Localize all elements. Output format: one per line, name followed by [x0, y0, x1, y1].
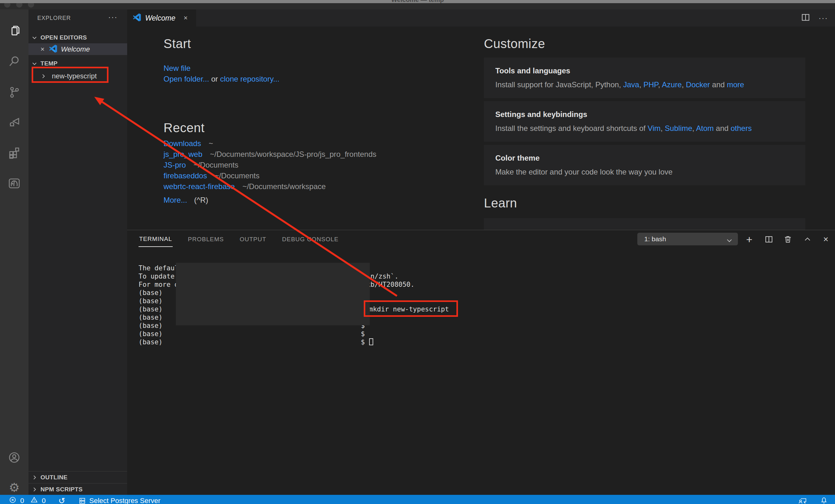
card-title: Settings and keybindings — [495, 110, 794, 119]
card-tools-and-languages[interactable]: Tools and languages Install support for … — [484, 58, 805, 98]
editor-tab-bar: Welcome × ··· — [127, 9, 835, 26]
chevron-down-icon — [32, 61, 37, 66]
recent-item[interactable]: Downloads~ — [164, 139, 376, 150]
card-description: Make the editor and your code look the w… — [495, 168, 794, 176]
vscode-window: Welcome — temp — [0, 0, 835, 504]
errors-icon[interactable] — [9, 496, 17, 504]
activity-bar: ⚙ — [0, 9, 28, 495]
postgresql-icon[interactable] — [0, 171, 28, 196]
npm-scripts-section[interactable]: NPM SCRIPTS — [28, 483, 127, 495]
title-bar: Welcome — temp — [0, 0, 835, 9]
vscode-logo-icon — [49, 45, 57, 54]
outline-section[interactable]: OUTLINE — [28, 471, 127, 483]
customize-heading: Customize — [484, 37, 545, 51]
recent-item[interactable]: JS-pro~/Documents — [164, 161, 376, 171]
chevron-right-icon — [32, 487, 37, 492]
tab-terminal[interactable]: TERMINAL — [139, 231, 173, 247]
open-folder-line: Open folder... or clone repository... — [164, 75, 279, 83]
open-editors-label: OPEN EDITORS — [40, 34, 87, 41]
window-title: Welcome — temp — [0, 0, 835, 3]
more-link[interactable]: More... — [164, 196, 187, 204]
warnings-count: 0 — [42, 497, 45, 504]
sidebar-title: EXPLORER — [37, 15, 71, 21]
tab-output[interactable]: OUTPUT — [239, 231, 267, 247]
recent-item[interactable]: webrtc-react-firebase~/Documents/workspa… — [164, 182, 376, 193]
recent-item[interactable]: firebaseddos~/Documents — [164, 171, 376, 182]
card-title: Color theme — [495, 154, 794, 163]
chevron-down-icon — [727, 237, 732, 245]
account-icon[interactable] — [0, 445, 28, 470]
recent-heading: Recent — [164, 121, 205, 135]
editor-actions: ··· — [801, 9, 835, 26]
card-color-theme[interactable]: Color theme Make the editor and your cod… — [484, 145, 805, 185]
terminal-prompt-line: (base)$ — [139, 330, 449, 338]
close-panel-icon[interactable]: × — [821, 235, 831, 244]
annotation-box-command — [364, 300, 458, 317]
annotation-box-folder — [32, 67, 108, 83]
editor-area: Welcome × ··· Start New file Open folder… — [127, 9, 835, 230]
sidebar-header: EXPLORER ··· — [28, 9, 127, 26]
notifications-bell-icon[interactable] — [820, 496, 828, 504]
outline-label: OUTLINE — [40, 474, 68, 481]
terminal-shell-select[interactable]: 1: bash — [637, 233, 738, 245]
terminal-cursor — [369, 338, 373, 345]
errors-count: 0 — [20, 497, 24, 504]
card-title: Tools and languages — [495, 66, 794, 75]
start-heading: Start — [164, 37, 191, 51]
close-icon[interactable]: × — [40, 45, 45, 54]
chevron-right-icon — [32, 475, 37, 480]
kill-terminal-icon[interactable] — [783, 235, 793, 244]
source-control-icon[interactable] — [0, 79, 28, 105]
warnings-icon[interactable] — [30, 496, 38, 504]
workspace-label: TEMP — [40, 60, 58, 67]
recent-list: Downloads~ js_pro_web~/Documents/workspa… — [164, 139, 376, 205]
recent-more-row: More...(^R) — [164, 196, 376, 205]
close-icon[interactable]: × — [183, 14, 187, 22]
explorer-icon[interactable] — [0, 18, 28, 44]
open-editors-section[interactable]: OPEN EDITORS — [28, 31, 127, 43]
select-postgres-server[interactable]: Select Postgres Server — [78, 497, 160, 504]
run-debug-icon[interactable] — [0, 110, 28, 135]
learn-heading: Learn — [484, 196, 517, 210]
open-folder-link[interactable]: Open folder... — [164, 75, 209, 83]
new-terminal-icon[interactable]: + — [745, 235, 754, 244]
tab-debug-console[interactable]: DEBUG CONSOLE — [282, 231, 339, 247]
history-icon[interactable]: ↺ — [59, 497, 65, 504]
chevron-down-icon — [32, 35, 37, 40]
welcome-editor-label: Welcome — [61, 45, 90, 54]
tab-problems[interactable]: PROBLEMS — [187, 231, 225, 247]
card-description: Install the settings and keyboard shortc… — [495, 124, 794, 133]
npm-scripts-label: NPM SCRIPTS — [40, 486, 83, 493]
vscode-logo-icon — [133, 13, 141, 23]
split-terminal-icon[interactable] — [764, 235, 774, 244]
terminal-prompt-line-cursor: (base)$ — [139, 338, 449, 346]
open-editor-welcome-item[interactable]: × Welcome — [28, 43, 127, 55]
new-file-link[interactable]: New file — [164, 64, 190, 73]
status-bar: 0 0 ↺ Select Postgres Server — [0, 495, 835, 504]
extensions-icon[interactable] — [0, 140, 28, 165]
panel-tabs: TERMINAL PROBLEMS OUTPUT DEBUG CONSOLE — [139, 230, 339, 248]
feedback-icon[interactable] — [798, 496, 807, 504]
title-bar-strip: Welcome — temp — [0, 0, 835, 3]
maximize-panel-icon[interactable] — [803, 235, 812, 244]
split-editor-icon[interactable] — [801, 13, 810, 23]
more-shortcut: (^R) — [194, 196, 208, 204]
bottom-panel: TERMINAL PROBLEMS OUTPUT DEBUG CONSOLE 1… — [127, 230, 835, 495]
more-actions-icon[interactable]: ··· — [818, 14, 828, 22]
redacted-prompt-block — [176, 263, 370, 326]
clone-repository-link[interactable]: clone repository... — [220, 75, 280, 83]
card-description: Install support for JavaScript, Python, … — [495, 80, 794, 89]
recent-item[interactable]: js_pro_web~/Documents/workspace/JS-pro/j… — [164, 150, 376, 161]
status-right — [798, 496, 828, 504]
sidebar-more-actions-icon[interactable]: ··· — [108, 13, 118, 21]
gear-glyph: ⚙ — [9, 481, 20, 495]
card-find-commands-clipped[interactable]: Find and run all commands — [484, 218, 805, 230]
card-settings-and-keybindings[interactable]: Settings and keybindings Install the set… — [484, 101, 805, 142]
search-icon[interactable] — [0, 49, 28, 74]
shell-select-value: 1: bash — [644, 235, 666, 243]
tab-welcome[interactable]: Welcome × — [127, 9, 196, 26]
postgres-label: Select Postgres Server — [89, 497, 160, 504]
status-left: 0 0 ↺ Select Postgres Server — [9, 496, 160, 504]
tab-label: Welcome — [145, 14, 175, 22]
